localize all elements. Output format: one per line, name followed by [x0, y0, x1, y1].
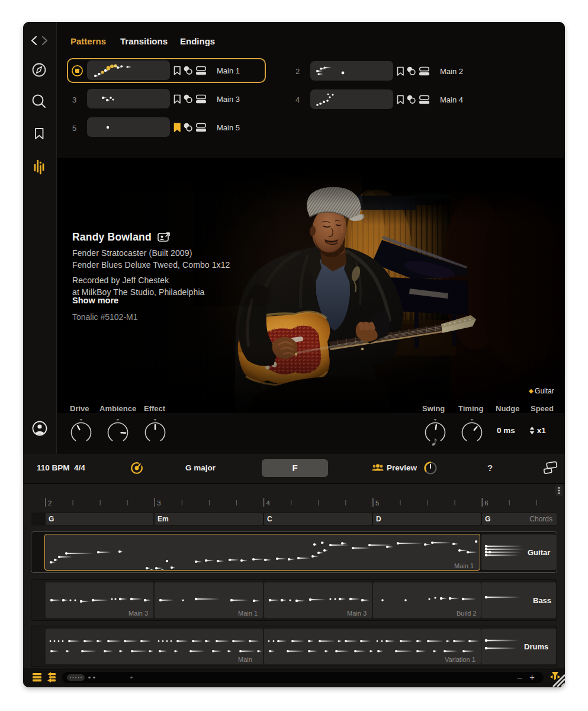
svg-text:5: 5	[375, 499, 379, 507]
svg-text:4: 4	[266, 499, 271, 507]
svg-text:3: 3	[157, 499, 160, 507]
svg-text:2: 2	[48, 499, 52, 507]
svg-text:6: 6	[484, 499, 488, 507]
